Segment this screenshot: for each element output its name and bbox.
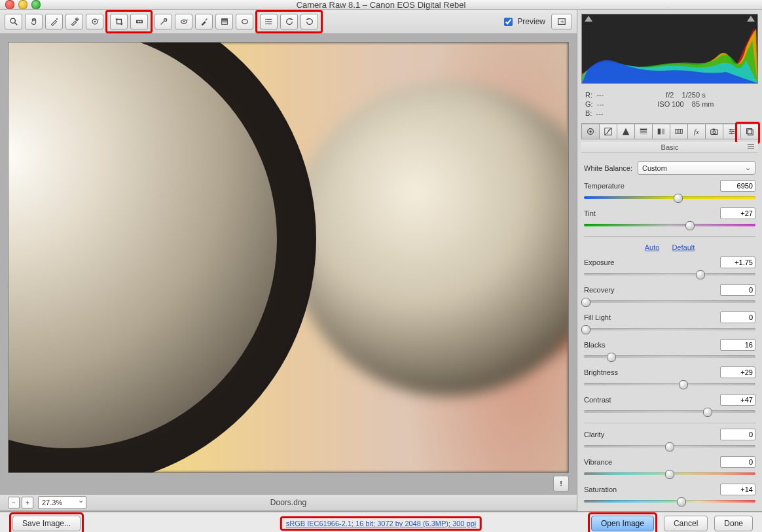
window-title: Camera Raw 8.1 – Canon EOS Digital Rebel	[297, 0, 466, 10]
tint-input[interactable]	[720, 207, 755, 219]
r-value: ---	[596, 91, 604, 99]
saturation-input[interactable]	[720, 484, 755, 495]
color-sampler-tool[interactable]	[65, 14, 83, 29]
rotate-ccw-button[interactable]	[280, 14, 298, 29]
zoom-in-button[interactable]: +	[22, 497, 33, 508]
tab-detail[interactable]	[617, 124, 634, 139]
top-toolbar: + + Preview	[0, 10, 577, 34]
highlight-open: Open Image	[588, 512, 657, 532]
targeted-adjustment-tool[interactable]: +	[86, 14, 103, 29]
tint-slider[interactable]	[584, 221, 755, 230]
tab-presets[interactable]	[723, 124, 740, 139]
close-window-button[interactable]	[5, 0, 14, 9]
warning-button[interactable]: !	[553, 476, 569, 491]
svg-point-15	[183, 21, 185, 23]
white-balance-tool[interactable]	[45, 14, 63, 29]
clarity-slider[interactable]	[584, 442, 755, 451]
straighten-tool[interactable]	[130, 14, 148, 29]
auto-link[interactable]: Auto	[645, 243, 660, 251]
white-balance-select[interactable]: Custom	[638, 161, 755, 175]
warning-row: !	[0, 476, 577, 494]
rotate-cw-button[interactable]	[300, 14, 318, 29]
workflow-options-link[interactable]: sRGB IEC61966-2.1; 16 bit; 3072 by 2048 …	[286, 520, 476, 527]
brightness-slider[interactable]	[584, 380, 755, 389]
white-balance-value: Custom	[642, 164, 667, 172]
fill-light-input[interactable]	[720, 311, 755, 323]
radial-filter-tool[interactable]	[236, 14, 253, 29]
focal-value: 85 mm	[692, 100, 714, 108]
exposure-input[interactable]	[720, 257, 755, 268]
titlebar: Camera Raw 8.1 – Canon EOS Digital Rebel	[0, 0, 762, 10]
brightness-label: Brightness	[584, 368, 720, 376]
zoom-window-button[interactable]	[31, 0, 41, 9]
brightness-input[interactable]	[720, 366, 755, 378]
svg-rect-33	[662, 129, 664, 135]
zoom-tool[interactable]	[5, 14, 22, 29]
svg-point-7	[94, 21, 96, 23]
content-area: + + Preview	[0, 10, 762, 512]
panel-name: Basic	[661, 143, 679, 151]
minimize-window-button[interactable]	[18, 0, 27, 9]
b-value: ---	[596, 109, 604, 117]
zoom-level-value: 27.3%	[42, 499, 62, 506]
default-link[interactable]: Default	[672, 243, 695, 251]
contrast-slider[interactable]	[584, 407, 755, 416]
svg-point-27	[589, 130, 592, 133]
tab-lens-corrections[interactable]	[670, 124, 687, 139]
image-preview[interactable]	[8, 42, 569, 473]
vibrance-input[interactable]	[720, 456, 755, 468]
spot-removal-tool[interactable]	[154, 14, 172, 29]
camera-raw-window: Camera Raw 8.1 – Canon EOS Digital Rebel…	[0, 0, 762, 532]
svg-point-0	[10, 18, 15, 23]
tab-effects[interactable]: fx	[687, 124, 705, 139]
cancel-button[interactable]: Cancel	[664, 516, 708, 531]
highlight-save: Save Image...	[9, 512, 84, 532]
metadata-readout: R: --- G: --- B: --- f/2 1/250 s ISO 100…	[581, 88, 758, 120]
tint-label: Tint	[584, 209, 720, 217]
done-button[interactable]: Done	[714, 516, 753, 531]
recovery-slider[interactable]	[584, 297, 755, 306]
saturation-slider[interactable]	[584, 497, 755, 506]
vibrance-slider[interactable]	[584, 469, 755, 478]
red-eye-tool[interactable]: +	[175, 14, 192, 29]
histogram[interactable]	[581, 14, 758, 84]
fill-light-label: Fill Light	[584, 313, 720, 321]
svg-point-18	[242, 20, 247, 24]
preview-checkbox[interactable]	[504, 18, 513, 26]
clarity-input[interactable]	[720, 429, 755, 440]
svg-point-44	[730, 129, 731, 130]
left-panel: + + Preview	[0, 10, 577, 511]
svg-rect-17	[221, 19, 227, 25]
hand-tool[interactable]	[25, 14, 43, 29]
tab-tone-curve[interactable]	[599, 124, 617, 139]
temperature-slider[interactable]	[584, 193, 755, 202]
contrast-input[interactable]	[720, 394, 755, 406]
panel-menu-icon[interactable]	[748, 144, 754, 149]
temperature-input[interactable]	[720, 180, 755, 192]
zoom-level-select[interactable]: 27.3%	[38, 496, 86, 509]
svg-point-46	[731, 132, 732, 133]
tab-basic[interactable]	[581, 124, 599, 139]
blacks-slider[interactable]	[584, 352, 755, 361]
svg-rect-40	[712, 129, 715, 130]
tab-split-toning[interactable]	[652, 124, 670, 139]
preferences-button[interactable]	[260, 14, 278, 29]
exposure-slider[interactable]	[584, 270, 755, 279]
open-image-button[interactable]: Open Image	[591, 516, 654, 531]
tab-camera-calibration[interactable]	[705, 124, 723, 139]
blacks-input[interactable]	[720, 339, 755, 351]
auto-default-links: Auto Default	[584, 243, 755, 251]
tab-snapshots[interactable]	[740, 124, 758, 139]
fullscreen-toggle[interactable]	[551, 14, 572, 29]
recovery-input[interactable]	[720, 284, 755, 296]
filename-label: Doors.dng	[270, 498, 306, 507]
crop-tool[interactable]	[110, 14, 128, 29]
adjustment-brush-tool[interactable]	[195, 14, 213, 29]
zoom-out-button[interactable]: −	[8, 497, 20, 508]
tab-hsl[interactable]	[634, 124, 652, 139]
fill-light-slider[interactable]	[584, 325, 755, 334]
recovery-label: Recovery	[584, 286, 720, 294]
graduated-filter-tool[interactable]	[215, 14, 233, 29]
preview-toggle[interactable]: Preview	[501, 16, 545, 28]
save-image-button[interactable]: Save Image...	[12, 516, 81, 531]
